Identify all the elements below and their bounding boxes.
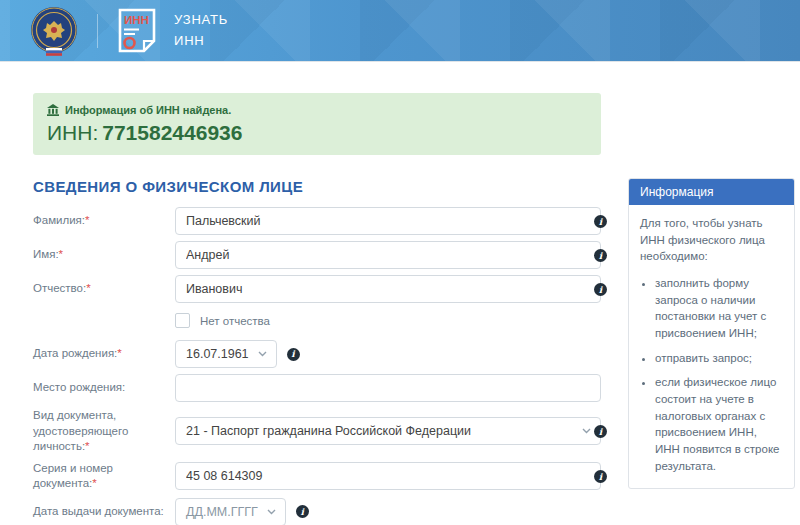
svg-text:ИНН: ИНН — [124, 14, 149, 26]
info-icon[interactable]: i — [296, 505, 309, 518]
info-panel-title: Информация — [629, 179, 794, 205]
birth-place-input[interactable] — [175, 374, 601, 402]
info-icon[interactable]: i — [594, 249, 607, 262]
doc-type-label: Вид документа, удостоверяющего личность:… — [33, 408, 175, 455]
chevron-down-icon — [267, 509, 276, 515]
info-icon[interactable]: i — [594, 283, 607, 296]
doc-issue-date-select[interactable]: ДД.ММ.ГГГГ — [175, 498, 286, 525]
no-patronymic-label: Нет отчества — [200, 315, 270, 327]
info-panel-intro: Для того, чтобы узнать ИНН физического л… — [640, 215, 783, 265]
form-row-birth-date: Дата рождения:* 16.07.1961 i — [33, 340, 601, 368]
fns-logo[interactable] — [30, 6, 78, 56]
chevron-down-icon — [582, 428, 591, 434]
doc-number-input[interactable] — [175, 462, 601, 490]
required-marker: * — [117, 347, 121, 359]
info-icon[interactable]: i — [594, 470, 607, 483]
inn-document-icon: ИНН — [117, 7, 157, 55]
name-input[interactable] — [175, 241, 601, 269]
app-title-line1: УЗНАТЬ — [174, 10, 228, 30]
app-title-line2: ИНН — [174, 31, 228, 51]
doc-type-select[interactable]: 21 - Паспорт гражданина Российской Федер… — [175, 417, 601, 445]
no-patronymic-checkbox[interactable] — [175, 313, 190, 328]
bank-building-icon — [47, 104, 59, 116]
surname-input[interactable] — [175, 207, 601, 235]
patronymic-label: Отчество:* — [33, 281, 175, 297]
required-marker: * — [92, 477, 96, 489]
section-title: СВЕДЕНИЯ О ФИЗИЧЕСКОМ ЛИЦЕ — [33, 178, 601, 195]
form-row-birth-place: Место рождения: — [33, 374, 601, 402]
info-panel-list: заполнить форму запроса о наличии постан… — [640, 275, 783, 474]
form-row-doc-issue-date: Дата выдачи документа: ДД.ММ.ГГГГ i — [33, 498, 601, 525]
form-row-doc-type: Вид документа, удостоверяющего личность:… — [33, 408, 601, 455]
form-row-surname: Фамилия:* i — [33, 207, 601, 235]
surname-label: Фамилия:* — [33, 213, 175, 229]
birth-date-label: Дата рождения:* — [33, 346, 175, 362]
form-row-no-patronymic: Нет отчества — [175, 313, 601, 328]
inn-value: 771582446936 — [102, 121, 242, 144]
required-marker: * — [85, 440, 89, 452]
inn-label: ИНН: — [47, 121, 98, 144]
name-label: Имя:* — [33, 247, 175, 263]
form-row-patronymic: Отчество:* i — [33, 275, 601, 303]
info-icon[interactable]: i — [287, 348, 300, 361]
top-header: ИНН УЗНАТЬ ИНН — [0, 0, 800, 62]
birth-place-label: Место рождения: — [33, 380, 175, 396]
form-row-name: Имя:* i — [33, 241, 601, 269]
info-icon[interactable]: i — [594, 215, 607, 228]
required-marker: * — [85, 214, 89, 226]
info-panel: Информация Для того, чтобы узнать ИНН фи… — [628, 178, 795, 489]
inn-found-banner: Информация об ИНН найдена. ИНН:771582446… — [33, 93, 601, 155]
app-title: УЗНАТЬ ИНН — [174, 10, 228, 50]
required-marker: * — [59, 248, 63, 260]
doc-issue-date-label: Дата выдачи документа: — [33, 504, 175, 520]
required-marker: * — [86, 282, 90, 294]
header-divider — [97, 14, 98, 48]
doc-number-label: Серия и номер документа:* — [33, 461, 175, 492]
info-panel-bullet: отправить запрос; — [655, 350, 783, 367]
form-row-doc-number: Серия и номер документа:* i — [33, 461, 601, 492]
info-panel-bullet: заполнить форму запроса о наличии постан… — [655, 275, 783, 342]
info-icon[interactable]: i — [594, 425, 607, 438]
patronymic-input[interactable] — [175, 275, 601, 303]
fns-emblem-icon — [30, 6, 78, 56]
chevron-down-icon — [258, 351, 267, 357]
info-sidebar: Информация Для того, чтобы узнать ИНН фи… — [628, 178, 795, 525]
info-panel-bullet: если физическое лицо состоит на учете в … — [655, 374, 783, 474]
birth-date-select[interactable]: 16.07.1961 — [175, 340, 277, 368]
status-text: Информация об ИНН найдена. — [65, 104, 231, 116]
